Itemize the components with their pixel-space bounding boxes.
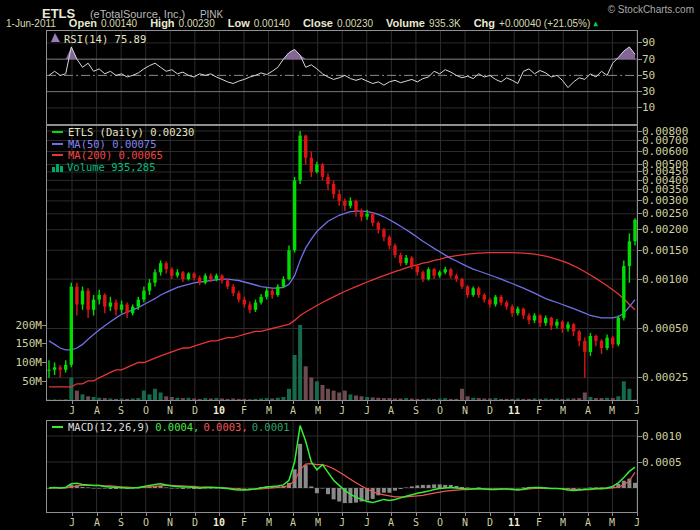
x-axis-month-label: O: [135, 517, 157, 528]
month-tick: [170, 513, 171, 516]
chg-value: +0.00040 (+21.05%): [499, 18, 590, 29]
volume-label: Volume: [386, 17, 425, 29]
month-tick: [367, 401, 368, 404]
x-axis-month-label: N: [159, 517, 181, 528]
x-axis-month-label: S: [110, 517, 132, 528]
open-value: 0.00140: [101, 18, 137, 29]
month-tick: [440, 513, 441, 516]
low-value: 0.00140: [254, 18, 290, 29]
ma50-icon: [52, 143, 63, 145]
volume-value: 935.3K: [429, 18, 461, 29]
indicator-icon: [51, 33, 60, 42]
month-tick: [514, 513, 515, 516]
close-value: 0.00230: [337, 18, 373, 29]
open-label: Open: [69, 17, 97, 29]
x-axis-month-label: 10: [208, 405, 230, 416]
ma50-label: MA(50): [68, 138, 106, 150]
etls-series-icon: [52, 131, 63, 133]
x-axis-month-label: D: [479, 405, 501, 416]
x-axis-month-label: N: [454, 405, 476, 416]
price-tick-label: 0.00050: [642, 323, 688, 334]
x-axis-month-label: M: [601, 517, 623, 528]
month-tick: [219, 513, 220, 516]
x-axis-month-label: F: [528, 405, 550, 416]
copyright-link[interactable]: © StockCharts.com: [608, 4, 694, 15]
macd-legend: MACD(12,26,9)0.0004,0.0003,0.0001: [52, 422, 290, 433]
x-axis-month-label: M: [307, 405, 329, 416]
month-tick: [588, 401, 589, 404]
volume-legend-value: 935,285: [111, 161, 155, 173]
x-axis-month-label: J: [626, 405, 648, 416]
month-tick: [170, 401, 171, 404]
x-axis-month-label: A: [577, 517, 599, 528]
month-tick: [342, 513, 343, 516]
month-tick: [539, 401, 540, 404]
price-tick-label: 0.00150: [642, 245, 688, 256]
rsi-tick-label: 50: [642, 70, 655, 81]
month-tick: [563, 401, 564, 404]
macd-signal-value: 0.0003,: [203, 421, 247, 433]
price-tick-label: 0.00100: [642, 274, 688, 285]
x-axis-month-label: M: [552, 517, 574, 528]
x-axis-month-label: J: [356, 405, 378, 416]
month-tick: [195, 513, 196, 516]
macd-label: MACD(12,26,9): [68, 421, 150, 433]
etls-series-value: 0.00230: [150, 126, 194, 138]
month-tick: [121, 513, 122, 516]
price-legend: ETLS (Daily) 0.00230 MA(50) 0.00075 MA(2…: [52, 127, 194, 173]
x-axis-month-label: F: [233, 517, 255, 528]
etls-series-label: ETLS (Daily): [68, 126, 144, 138]
x-axis-month-label: S: [405, 517, 427, 528]
month-tick: [97, 513, 98, 516]
price-tick-label: 0.00600: [642, 146, 688, 157]
x-axis-month-label: J: [331, 517, 353, 528]
month-tick: [465, 401, 466, 404]
x-axis-month-label: J: [331, 405, 353, 416]
month-tick: [637, 401, 638, 404]
volume-legend-label: Volume: [67, 161, 105, 173]
chg-up-arrow-icon: ▲: [593, 19, 598, 28]
month-tick: [121, 401, 122, 404]
month-tick: [318, 401, 319, 404]
x-axis-month-label: N: [454, 517, 476, 528]
x-axis-month-label: 11: [503, 517, 525, 528]
x-axis-month-label: J: [61, 405, 83, 416]
month-tick: [416, 401, 417, 404]
x-axis-month-label: S: [405, 405, 427, 416]
x-axis-month-label: S: [110, 405, 132, 416]
month-tick: [269, 401, 270, 404]
x-axis-month-label: A: [86, 405, 108, 416]
x-axis-month-label: M: [307, 517, 329, 528]
x-axis-month-label: A: [380, 405, 402, 416]
chg-label: Chg: [474, 17, 495, 29]
month-tick: [539, 513, 540, 516]
month-tick: [195, 401, 196, 404]
month-tick: [416, 513, 417, 516]
x-axis-month-label: A: [282, 405, 304, 416]
month-tick: [440, 401, 441, 404]
rsi-value: 75.89: [115, 33, 147, 45]
price-tick-label: 0.00250: [642, 208, 688, 219]
x-axis-month-label: M: [601, 405, 623, 416]
month-tick: [146, 513, 147, 516]
month-tick: [342, 401, 343, 404]
low-label: Low: [228, 17, 250, 29]
x-axis-month-label: O: [429, 517, 451, 528]
month-tick: [612, 513, 613, 516]
price-xaxis: JASOND10FMAMJJASOND11FMAMJ: [46, 401, 646, 417]
month-tick: [72, 513, 73, 516]
stockcharts-chart: ETLS (eTotalSource, Inc.) PINK © StockCh…: [0, 0, 700, 530]
x-axis-month-label: J: [356, 517, 378, 528]
x-axis-month-label: A: [86, 517, 108, 528]
x-axis-month-label: A: [380, 517, 402, 528]
month-tick: [391, 513, 392, 516]
month-tick: [318, 513, 319, 516]
month-tick: [612, 401, 613, 404]
rsi-tick-label: 70: [642, 54, 655, 65]
x-axis-month-label: F: [528, 517, 550, 528]
x-axis-month-label: M: [552, 405, 574, 416]
macd-tick-label: 0.0005: [642, 457, 682, 468]
rsi-tick-label: 90: [642, 37, 655, 48]
macd-value: 0.0004,: [155, 421, 199, 433]
ma50-value: 0.00075: [112, 138, 156, 150]
